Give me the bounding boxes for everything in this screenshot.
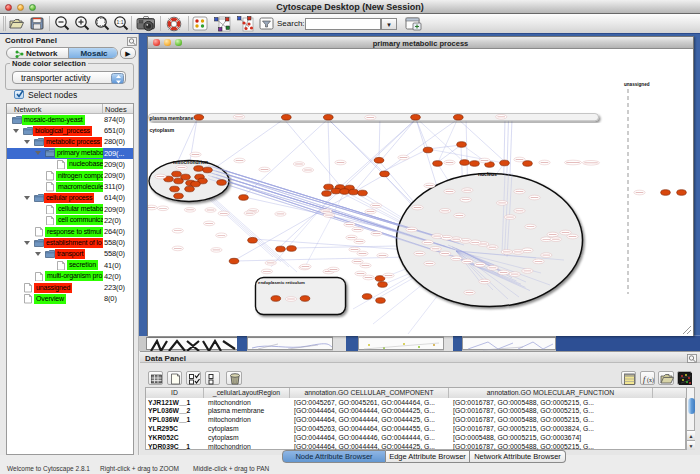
svg-text:plasma membrane: plasma membrane — [150, 115, 194, 121]
svg-text:nucleus: nucleus — [478, 171, 497, 177]
svg-text:1:1: 1:1 — [117, 19, 124, 25]
svg-text:unassigned: unassigned — [624, 82, 650, 87]
svg-text:(x): (x) — [647, 377, 654, 384]
svg-text:endoplasmic reticulum: endoplasmic reticulum — [258, 280, 305, 285]
svg-text:mitochondrion: mitochondrion — [173, 159, 208, 165]
svg-text:cytoplasm: cytoplasm — [150, 127, 175, 133]
